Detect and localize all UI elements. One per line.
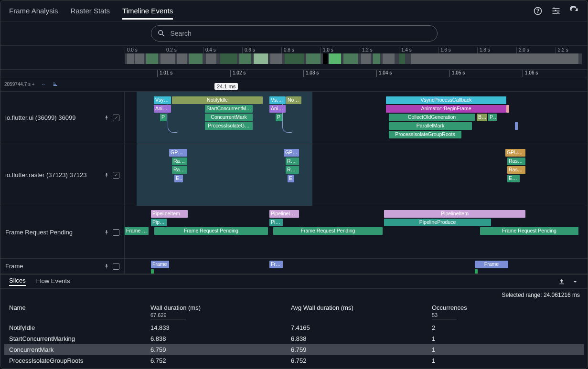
col-occ[interactable]: Occurrences53 [432, 304, 579, 319]
timeline-event[interactable]: GPU… [284, 149, 299, 157]
pin-icon[interactable] [103, 172, 110, 179]
tab-timeline-events[interactable]: Timeline Events [122, 2, 173, 20]
timeline-event[interactable]: Frame [151, 261, 169, 268]
timeline-event[interactable] [151, 269, 154, 274]
mini-tick: 0.0 s [125, 47, 138, 53]
timeline-event[interactable]: StartConcurrentM… [205, 105, 253, 113]
col-wall[interactable]: Wall duration (ms)67.629 [150, 304, 291, 319]
timeline-event[interactable]: P [160, 114, 167, 121]
mini-tick: 0.6 s [242, 47, 255, 53]
zoom-tick: 1.01 s [157, 70, 172, 77]
timeline-event[interactable]: Raste… [507, 158, 525, 165]
pin-icon[interactable] [103, 229, 110, 236]
timeline-event[interactable]: ProcessIsolateGroupRoots [389, 131, 461, 138]
track-raster-body[interactable]: GPUR…Rast…Rast…E…GPU…Ras…Ras…EGPURa…Rast… [125, 144, 588, 206]
tab-raster-stats[interactable]: Raster Stats [71, 2, 110, 20]
tracks-container: io.flutter.ui (36099) 36099 Vsyn…NotifyI… [0, 92, 588, 274]
track-checkbox[interactable] [113, 263, 119, 270]
timeline-event[interactable]: Anim… [269, 105, 286, 113]
btab-slices[interactable]: Slices [9, 277, 26, 286]
track-checkbox[interactable] [113, 229, 119, 236]
track-pending-body[interactable]: PipelineItemPipe…PipelineI…Pip…PipelineI… [125, 206, 588, 258]
timeline-event[interactable]: Frame Request Pending [273, 227, 383, 235]
track-checkbox[interactable] [113, 115, 119, 121]
timeline-event[interactable]: P… [488, 114, 497, 121]
tab-frame-analysis[interactable]: Frame Analysis [9, 2, 58, 20]
timeline-event[interactable]: Ras… [286, 166, 299, 174]
settings-icon[interactable] [551, 6, 561, 16]
mini-tick: 1.0 s [321, 47, 333, 53]
timeline-event[interactable]: NotifyIdle [172, 96, 263, 104]
table-row[interactable]: ProcessIsolateGroupRoots6.7526.7521 [4, 355, 584, 366]
timeline-event[interactable]: Vsyn… [154, 96, 171, 104]
pin-icon[interactable] [103, 263, 110, 270]
timeline-event[interactable]: Frame Request Pending [154, 227, 268, 235]
timeline-event[interactable] [475, 269, 478, 274]
zoom-tick: 1.04 s [376, 70, 392, 77]
table-row[interactable]: StartConcurrentMarking6.8386.8381 [4, 333, 584, 344]
upload-icon[interactable] [558, 278, 566, 285]
timeline-event[interactable]: Pip… [269, 219, 283, 226]
timeline-event[interactable]: Frame R… [125, 227, 149, 235]
btab-flow-events[interactable]: Flow Events [36, 277, 70, 285]
timeline-event[interactable] [506, 105, 509, 113]
timeline-event[interactable]: Ras… [286, 158, 299, 165]
timeline-event[interactable]: Rast… [172, 158, 187, 165]
zoom-tick: 1.02 s [230, 70, 246, 77]
track-frame-body[interactable]: FrameFr…Frame [125, 259, 588, 274]
duration-tooltip: 24.1 ms [214, 83, 238, 90]
search-icon [157, 29, 166, 38]
track-raster: io.flutter.raster (37123) 37123 GPUR…Ras… [0, 144, 588, 206]
timeline-event[interactable]: P [276, 114, 282, 121]
timeline-event[interactable]: Pipe… [151, 219, 167, 226]
track-checkbox[interactable] [113, 172, 119, 179]
pin-icon[interactable] [103, 115, 110, 121]
timeline-event[interactable]: Animator::BeginFrame [386, 105, 506, 113]
timeline-event[interactable]: ParallelMark [389, 122, 472, 130]
refresh-icon[interactable] [569, 6, 579, 16]
track-ui-label: io.flutter.ui (36099) 36099 [5, 114, 75, 121]
help-icon[interactable] [533, 6, 543, 16]
timeline-event[interactable]: GPUR… [169, 149, 187, 157]
timeline-event[interactable]: Frame Request Pending [480, 227, 578, 235]
timeline-event[interactable]: PipelineProduce [384, 219, 491, 226]
timeline-event[interactable] [515, 122, 518, 130]
track-ui-body[interactable]: Vsyn…NotifyIdleVsyn…Noti…Anim…StartConcu… [125, 92, 588, 144]
timeline-event[interactable]: CollectOldGeneration [389, 114, 475, 121]
col-avg[interactable]: Avg Wall duration (ms) [291, 304, 432, 319]
table-row[interactable]: ConcurrentMark6.7596.7591 [4, 344, 584, 355]
list-icon[interactable] [52, 81, 60, 88]
timeline-event[interactable]: Fr… [269, 261, 283, 268]
timeline-event[interactable]: Rast… [172, 166, 187, 174]
timeline-event[interactable]: BU… [477, 114, 487, 121]
search-input[interactable] [171, 30, 431, 37]
zoom-axis[interactable]: 1.01 s1.02 s1.03 s1.04 s1.05 s1.06 s [0, 70, 588, 77]
search-field[interactable] [151, 25, 438, 42]
timeline-event[interactable]: Noti… [286, 96, 301, 104]
timeline-event[interactable]: Raste… [507, 166, 525, 174]
mini-tick: 2.0 s [516, 47, 529, 53]
timeline-event[interactable]: VsyncProcessCallback [386, 96, 506, 104]
timeline-event[interactable]: ConcurrentMark [205, 114, 253, 121]
timeline-event[interactable]: PipelineItem [384, 210, 525, 218]
timeline-event[interactable]: PipelineI… [269, 210, 299, 218]
timeline-event[interactable]: ProcessIsolateG… [205, 122, 253, 130]
table-row[interactable]: NotifyIdle14.8337.41652 [4, 322, 584, 333]
expand-icon[interactable] [571, 278, 579, 285]
timeline-event[interactable]: Vsyn… [269, 96, 286, 104]
minimap[interactable]: 0.0 s0.2 s0.4 s0.6 s0.8 s1.0 s1.2 s1.4 s… [0, 46, 588, 70]
timeline-event[interactable]: E… [174, 175, 183, 182]
col-name[interactable]: Name [9, 304, 150, 319]
timeline-event[interactable]: Em… [507, 175, 520, 182]
track-frame-label: Frame [5, 263, 23, 270]
timeline-event[interactable]: PipelineItem [151, 210, 188, 218]
mini-tick: 0.2 s [164, 47, 177, 53]
timeline-event[interactable]: Frame [475, 261, 508, 268]
track-pending: Frame Request Pending PipelineItemPipe…P… [0, 206, 588, 259]
timeline-event[interactable]: E [288, 175, 294, 182]
collapse-icon[interactable] [40, 81, 47, 88]
timeline-event[interactable]: GPURa… [505, 149, 525, 157]
timeline-event[interactable]: Anim… [154, 105, 171, 113]
mini-tick: 2.2 s [556, 47, 568, 53]
mini-tick: 0.8 s [281, 47, 294, 53]
